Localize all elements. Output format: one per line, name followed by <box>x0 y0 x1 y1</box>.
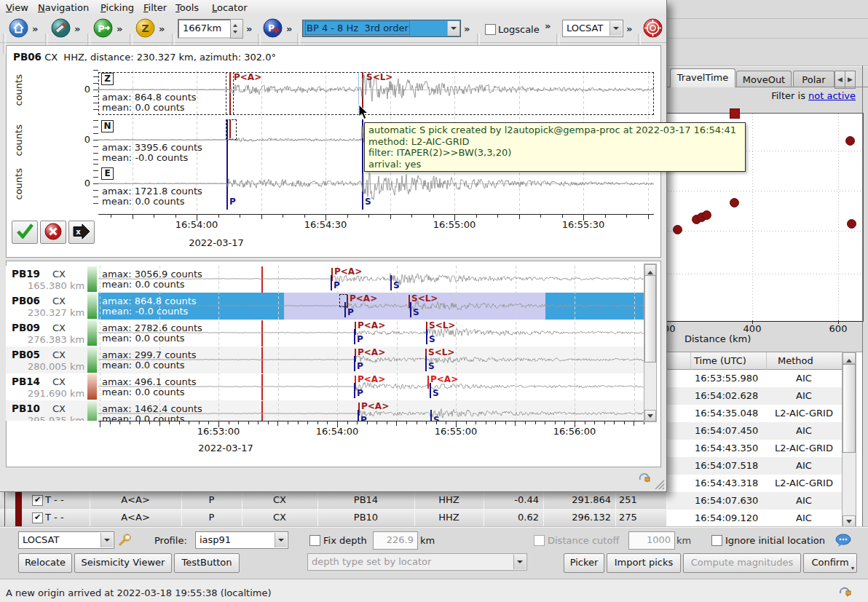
pick-table-row[interactable]: 16:54:35.048L2-AIC-GRID <box>661 405 842 423</box>
logscale-checkbox[interactable] <box>485 24 496 35</box>
component-label[interactable]: Z <box>101 73 114 85</box>
menu-filter[interactable]: Filter <box>143 2 167 13</box>
pick-line[interactable] <box>354 383 355 398</box>
cutoff-input[interactable]: 1000 <box>628 531 675 550</box>
scroll-up-icon[interactable] <box>644 264 656 276</box>
toolbar-overflow-icon[interactable]: » <box>464 23 470 34</box>
pick-table-row[interactable]: 16:54:07.450AIC <box>661 422 842 440</box>
y-tick <box>93 109 98 110</box>
menu-navigation[interactable]: Navigation <box>38 2 89 13</box>
menu-picking[interactable]: Picking <box>100 2 134 13</box>
pick-line[interactable] <box>354 329 355 344</box>
tab-polar[interactable]: Polar <box>793 71 835 87</box>
toolbar-overflow-icon[interactable]: » <box>159 23 165 34</box>
menu-view[interactable]: View <box>6 2 28 13</box>
pick-line[interactable] <box>426 329 427 344</box>
spin-down-icon[interactable] <box>233 31 237 36</box>
amax-label: amax: 2782.6 counts <box>102 322 202 333</box>
tab-traveltime[interactable]: TravelTime <box>670 68 735 87</box>
pick-table-row[interactable]: 16:53:55.980AIC <box>661 370 842 388</box>
pick-table-row[interactable]: 16:54:07.518AIC <box>661 457 842 475</box>
pick-table-row[interactable]: 16:54:43.350L2-AIC-GRID <box>661 440 842 458</box>
picker-button[interactable]: Picker <box>564 553 604 573</box>
toolbar-overflow-icon[interactable]: » <box>626 23 632 34</box>
pick-line[interactable] <box>427 376 429 389</box>
pick-p-icon[interactable]: P <box>93 18 113 38</box>
pick-line[interactable] <box>390 275 392 290</box>
spin-up-icon[interactable] <box>233 22 237 27</box>
pick-table-row[interactable]: 16:54:43.318L2-AIC-GRID <box>661 475 842 493</box>
arrival-used-checkbox[interactable]: ✔ <box>32 495 43 506</box>
home-icon[interactable] <box>9 18 28 38</box>
pick-line[interactable] <box>331 275 332 290</box>
menu-locator[interactable]: Locator <box>212 2 247 13</box>
z-component-icon[interactable]: Z <box>135 18 155 38</box>
test-button[interactable]: TestButton <box>174 553 240 573</box>
ignore-initial-location-checkbox[interactable] <box>711 535 722 546</box>
wrench-icon[interactable] <box>117 532 133 548</box>
compute-magnitudes-button[interactable]: Compute magnitudes <box>683 553 801 573</box>
toolbar-locator-select[interactable]: LOCSAT <box>562 20 623 37</box>
arrival-row[interactable]: ✔T - -A<A>PCXPB10HHZ0.62296.132275 <box>0 509 666 527</box>
pick-table-scrollbar[interactable] <box>842 352 856 528</box>
pick-table-row[interactable]: 16:54:07.630AIC <box>661 492 842 510</box>
station-list-scrollbar[interactable] <box>644 264 657 422</box>
toolbar-overflow-icon[interactable]: » <box>117 23 122 34</box>
toolbar-overflow-icon[interactable]: » <box>246 23 252 34</box>
scroll-down-icon[interactable] <box>843 515 856 527</box>
toolbar-overflow-icon[interactable]: » <box>74 23 80 34</box>
filter-select[interactable]: BP 4 - 8 Hz 3rd order <box>302 20 461 37</box>
seismicity-viewer-button[interactable]: Seismicity Viewer <box>74 553 172 573</box>
scroll-down-icon[interactable] <box>644 410 656 421</box>
apply-next-button[interactable]: x <box>68 221 95 244</box>
arrival-used-checkbox[interactable]: ✔ <box>32 512 43 523</box>
menu-tools[interactable]: Tools <box>175 2 199 13</box>
spin-buttons[interactable] <box>230 19 243 39</box>
tab-moveout[interactable]: MoveOut <box>736 71 792 87</box>
pick-line[interactable] <box>354 356 355 371</box>
toolbar-overflow-icon[interactable]: » <box>286 23 292 34</box>
scroll-up-icon[interactable] <box>843 352 856 364</box>
depth-input[interactable]: 226.9 <box>373 531 418 550</box>
counts-unit-label: counts <box>13 167 24 200</box>
cell-time: 16:53:55.980 <box>695 373 758 384</box>
pick-line[interactable] <box>425 356 427 371</box>
connection-status-icon[interactable] <box>837 585 853 598</box>
pick-line[interactable] <box>410 302 411 317</box>
depth-type-select[interactable]: depth type set by locator <box>307 553 527 571</box>
filter-status-link[interactable]: not active <box>808 90 856 101</box>
profile-select[interactable]: iasp91 <box>195 531 288 549</box>
ruler-icon[interactable] <box>51 18 71 38</box>
component-label[interactable]: N <box>101 120 114 132</box>
toolbar-overflow-icon[interactable]: » <box>32 23 38 34</box>
pick-table-row[interactable]: 16:54:02.628AIC <box>661 387 842 405</box>
reject-pick-button[interactable] <box>40 221 66 244</box>
scrollbar-thumb[interactable] <box>843 364 856 453</box>
pick-table-row[interactable]: 16:54:09.120AIC <box>661 510 842 528</box>
axis-tick <box>327 421 328 424</box>
pick-line[interactable] <box>358 410 359 421</box>
component-label[interactable]: E <box>101 167 114 180</box>
axis-date-label: 2022-03-17 <box>189 237 244 248</box>
locator-select[interactable]: LOCSAT <box>18 531 114 549</box>
fix-depth-checkbox[interactable] <box>309 535 320 546</box>
pick-line[interactable] <box>430 410 432 421</box>
toolbar-overflow-icon[interactable]: » <box>545 20 551 31</box>
waveform-p-icon[interactable]: P <box>263 18 283 38</box>
tooltip-line: arrival: yes <box>368 159 741 170</box>
relocate-button[interactable]: Relocate <box>18 553 72 573</box>
confirm-button[interactable]: Confirm ▾ <box>803 553 857 573</box>
comment-bubble-icon[interactable] <box>835 534 853 548</box>
resize-grip[interactable] <box>654 479 665 490</box>
accept-pick-button[interactable] <box>12 221 38 244</box>
distance-spinbox[interactable]: 1667km <box>178 19 236 39</box>
distance-cutoff-checkbox[interactable] <box>534 535 545 546</box>
relocate-target-icon[interactable] <box>643 18 663 38</box>
import-picks-button[interactable]: Import picks <box>607 553 681 573</box>
axis-tick <box>154 215 154 218</box>
scrollbar-thumb[interactable] <box>644 275 656 363</box>
stream-connection-icon[interactable] <box>636 470 652 485</box>
arrival-row[interactable]: ✔T - -A<A>PCXPB14HHZ-0.44291.864251 <box>0 491 666 510</box>
pick-line[interactable] <box>430 383 431 398</box>
pick-table[interactable]: Time (UTC)Method16:53:55.980AIC16:54:02.… <box>661 352 863 527</box>
